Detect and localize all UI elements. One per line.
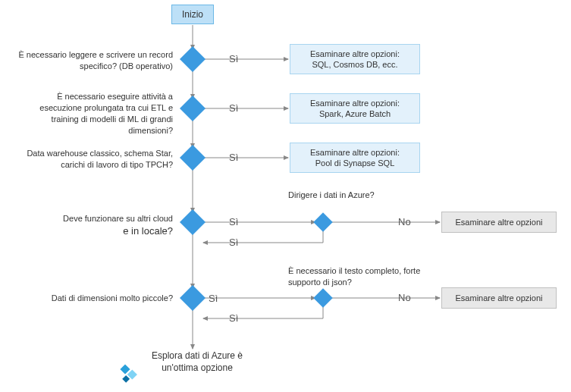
final-l1: Esplora dati di Azure è bbox=[152, 350, 243, 361]
yes-label: Sì bbox=[229, 152, 238, 163]
decision-5-text: Dati di dimensioni molto piccole? bbox=[14, 293, 173, 304]
decision-3 bbox=[180, 145, 205, 171]
decision-5b-text: È necessario il testo completo, forte su… bbox=[288, 265, 447, 288]
action-1: Esaminare altre opzioni:SQL, Cosmos DB, … bbox=[290, 44, 420, 74]
action-3-l1: Esaminare altre opzioni: bbox=[310, 148, 400, 157]
action-3: Esaminare altre opzioni:Pool di Synapse … bbox=[290, 143, 420, 173]
decision-1 bbox=[180, 46, 205, 72]
decision-4b-text: Dirigere i dati in Azure? bbox=[288, 190, 379, 201]
action-1-l1: Esaminare altre opzioni: bbox=[310, 49, 400, 58]
no-label: No bbox=[398, 292, 411, 303]
action-1-l2: SQL, Cosmos DB, ecc. bbox=[312, 60, 397, 69]
q4-l1: Deve funzionare su altri cloud bbox=[63, 214, 173, 223]
yes-label: Sì bbox=[229, 53, 238, 64]
svg-rect-15 bbox=[122, 375, 130, 383]
decision-5b bbox=[313, 288, 332, 307]
decision-3-text: Data warehouse classico, schema Star, ca… bbox=[14, 148, 173, 171]
svg-rect-14 bbox=[127, 369, 137, 379]
decision-4b bbox=[313, 212, 332, 231]
decision-4-text: Deve funzionare su altri cloude in local… bbox=[14, 213, 173, 237]
decision-4 bbox=[180, 209, 205, 235]
yes-label: Sì bbox=[229, 312, 238, 324]
svg-rect-13 bbox=[120, 364, 130, 374]
decision-2 bbox=[180, 96, 205, 121]
action-3-l2: Pool di Synapse SQL bbox=[315, 158, 395, 168]
final-l2: un'ottima opzione bbox=[162, 362, 233, 373]
yes-label: Sì bbox=[229, 102, 238, 114]
decision-2-text: È necessario eseguire attività a esecuzi… bbox=[14, 91, 173, 136]
q4-l2: e in locale? bbox=[123, 225, 173, 237]
decision-5 bbox=[180, 285, 205, 311]
action-5: Esaminare altre opzioni bbox=[441, 287, 557, 309]
yes-label: Sì bbox=[229, 216, 238, 227]
action-2-l2: Spark, Azure Batch bbox=[319, 109, 391, 118]
decision-1-text: È necessario leggere e scrivere un recor… bbox=[14, 49, 173, 72]
yes-label: Sì bbox=[209, 293, 218, 304]
action-2: Esaminare altre opzioni:Spark, Azure Bat… bbox=[290, 93, 420, 124]
start-node: Inizio bbox=[171, 5, 214, 24]
yes-label: Sì bbox=[229, 237, 238, 248]
action-2-l1: Esaminare altre opzioni: bbox=[310, 99, 400, 108]
end-node: Esplora dati di Azure èun'ottima opzione bbox=[136, 350, 258, 374]
action-4: Esaminare altre opzioni bbox=[441, 212, 557, 233]
no-label: No bbox=[398, 216, 411, 227]
